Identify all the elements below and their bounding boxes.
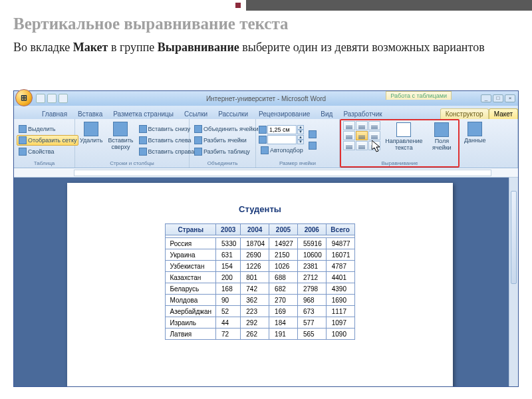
table-cell[interactable]: Узбекистан [166, 261, 216, 272]
table-row[interactable]: Беларусь16874268227984390 [166, 283, 354, 295]
tab-layout[interactable]: Разметка страницы [108, 108, 179, 119]
table-cell[interactable]: 1026 [269, 261, 298, 272]
table-cell[interactable]: 4787 [326, 261, 354, 272]
tab-table-layout[interactable]: Макет [489, 108, 518, 119]
table-cell[interactable]: Израиль [166, 317, 216, 329]
select-button[interactable]: Выделить [17, 124, 78, 134]
minimize-button[interactable]: _ [481, 94, 491, 102]
table-cell[interactable]: 94877 [326, 238, 354, 249]
table-cell[interactable]: 688 [269, 272, 298, 283]
table-cell[interactable]: 10600 [297, 249, 326, 261]
table-cell[interactable]: 801 [241, 272, 269, 283]
doc-heading[interactable]: Студенты [67, 204, 453, 214]
table-cell[interactable]: 2712 [297, 272, 326, 283]
tab-insert[interactable]: Вставка [72, 108, 108, 119]
table-row[interactable]: Молдова903622709681690 [166, 295, 354, 306]
qat-save-icon[interactable] [36, 94, 45, 103]
insert-above-button[interactable]: Вставить сверху [106, 120, 135, 160]
table-cell[interactable]: 1097 [326, 317, 354, 329]
table-cell[interactable]: 742 [241, 283, 269, 295]
table-cell[interactable]: 168 [216, 283, 241, 295]
table-cell[interactable]: 292 [241, 317, 269, 329]
table-cell[interactable]: 1090 [326, 329, 354, 340]
table-cell[interactable]: 184 [269, 317, 298, 329]
ruler[interactable] [14, 168, 518, 178]
table-cell[interactable]: 200 [216, 272, 241, 283]
table-cell[interactable]: 52 [216, 306, 241, 317]
table-cell[interactable]: 682 [269, 283, 298, 295]
table-cell[interactable]: 262 [241, 329, 269, 340]
table-cell[interactable]: 270 [269, 295, 298, 306]
align-top-left[interactable] [343, 121, 355, 130]
table-cell[interactable]: 362 [241, 295, 269, 306]
insert-left-button[interactable]: Вставить слева [137, 135, 197, 146]
table-cell[interactable]: 90 [216, 295, 241, 306]
table-cell[interactable]: 169 [269, 306, 298, 317]
data-button[interactable]: Данные [462, 120, 488, 166]
tab-view[interactable]: Вид [315, 108, 338, 119]
table-cell[interactable]: 191 [269, 329, 298, 340]
table-cell[interactable]: Украина [166, 249, 216, 261]
table-cell[interactable]: 631 [216, 249, 241, 261]
tab-review[interactable]: Рецензирование [253, 108, 315, 119]
table-cell[interactable]: 1117 [326, 306, 354, 317]
dist-cols-button[interactable] [307, 140, 319, 151]
spin-up-icon[interactable]: ▲ [297, 135, 304, 140]
table-cell[interactable]: 2798 [297, 283, 326, 295]
insert-below-button[interactable]: Вставить снизу [137, 124, 197, 134]
qat-undo-icon[interactable] [47, 94, 57, 103]
tab-design[interactable]: Конструктор [440, 108, 489, 119]
properties-button[interactable]: Свойства [17, 146, 78, 157]
table-cell[interactable]: 44 [216, 317, 241, 329]
col-header[interactable]: 2004 [241, 224, 269, 235]
table-cell[interactable]: 5330 [216, 238, 241, 249]
scrollbar-thumb[interactable] [511, 191, 517, 284]
table-cell[interactable]: Казахстан [166, 272, 216, 283]
tab-developer[interactable]: Разработчик [338, 108, 387, 119]
table-cell[interactable]: Молдова [166, 295, 216, 306]
table-cell[interactable]: 72 [216, 329, 241, 340]
spin-up-icon[interactable]: ▲ [297, 125, 304, 130]
table-row[interactable]: Казахстан20080168827124401 [166, 272, 354, 283]
col-header[interactable]: 2005 [269, 224, 298, 235]
table-row[interactable]: Россия533018704149275591694877 [166, 238, 354, 249]
table-cell[interactable]: Россия [166, 238, 216, 249]
table-row[interactable]: Латвия722621915651090 [166, 329, 354, 340]
table-cell[interactable]: 2381 [297, 261, 326, 272]
split-table-button[interactable]: Разбить таблицу [192, 146, 260, 157]
align-top-center[interactable] [356, 121, 368, 130]
students-table[interactable]: Страны2003200420052006Всего Россия533018… [165, 223, 354, 340]
table-cell[interactable]: 14927 [269, 238, 298, 249]
align-middle-left[interactable] [343, 131, 355, 140]
table-cell[interactable]: 4401 [326, 272, 354, 283]
insert-right-button[interactable]: Вставить справа [137, 146, 197, 157]
table-cell[interactable]: 55916 [297, 238, 326, 249]
col-width-input[interactable]: ▲▼ [259, 135, 305, 144]
align-middle-center[interactable] [356, 131, 368, 140]
table-cell[interactable]: 577 [297, 317, 326, 329]
merge-cells-button[interactable]: Объединить ячейки [192, 124, 260, 134]
spin-down-icon[interactable]: ▼ [297, 140, 304, 144]
autofit-button[interactable]: Автоподбор [259, 145, 305, 156]
table-cell[interactable]: 2690 [241, 249, 269, 261]
table-cell[interactable]: 18704 [241, 238, 269, 249]
dist-rows-button[interactable] [307, 129, 319, 140]
table-row[interactable]: Азербайджан522231696731117 [166, 306, 354, 317]
align-middle-right[interactable] [368, 131, 380, 140]
table-cell[interactable]: 1690 [326, 295, 354, 306]
cell-margins-button[interactable]: Поля ячейки [428, 121, 456, 160]
col-header[interactable]: Всего [326, 224, 354, 235]
show-grid-button[interactable]: Отобразить сетку [17, 135, 78, 146]
col-header[interactable]: 2003 [216, 224, 241, 235]
table-cell[interactable]: 2150 [269, 249, 298, 261]
col-header[interactable]: 2006 [297, 224, 326, 235]
maximize-button[interactable]: □ [493, 94, 503, 102]
table-cell[interactable]: 223 [241, 306, 269, 317]
vertical-scrollbar[interactable] [509, 178, 518, 386]
table-cell[interactable]: 968 [297, 295, 326, 306]
qat-redo-icon[interactable] [59, 94, 68, 103]
align-bottom-center[interactable] [356, 141, 368, 150]
table-cell[interactable]: 154 [216, 261, 241, 272]
table-cell[interactable]: 565 [297, 329, 326, 340]
delete-button[interactable]: Удалить [78, 120, 104, 160]
